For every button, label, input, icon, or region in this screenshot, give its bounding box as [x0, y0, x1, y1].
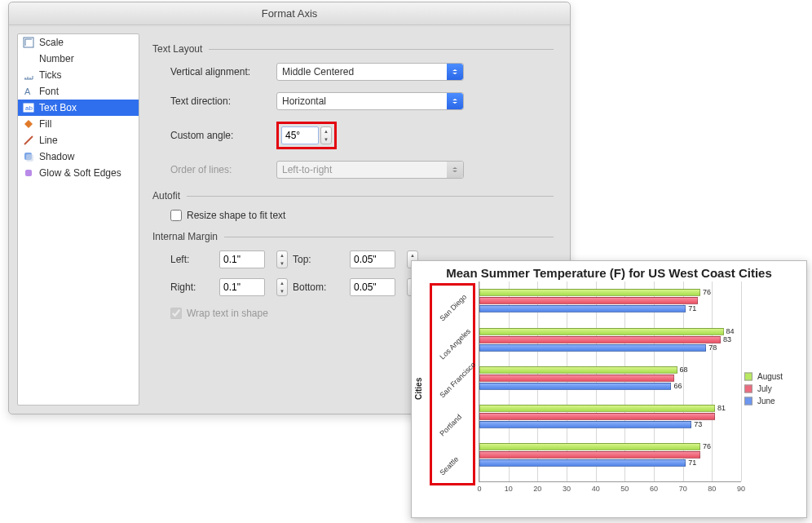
section-rule	[209, 49, 554, 50]
bar	[479, 375, 674, 382]
sidebar-item-line[interactable]: Line	[18, 132, 139, 148]
chart-plot-area: 0102030405060708090767181736866848378767…	[479, 281, 741, 482]
custom-angle-input-group: ▲▼	[281, 126, 332, 144]
sidebar-item-label: Number	[39, 53, 74, 64]
x-tick-label: 0	[477, 485, 481, 493]
chart-body: Cities SeattlePortlandSan FranciscoLos A…	[412, 281, 806, 495]
legend-item-june: June	[744, 397, 803, 406]
bar	[479, 305, 686, 312]
sidebar-item-fill[interactable]: Fill	[18, 116, 139, 132]
sidebar-item-number[interactable]: Number	[18, 51, 139, 67]
x-tick-label: 40	[592, 485, 600, 493]
chevron-updown-icon	[447, 64, 463, 80]
row-vertical-alignment: Vertical alignment: Middle Centered	[170, 63, 554, 81]
bar	[479, 451, 700, 459]
select-value: Horizontal	[282, 95, 326, 107]
gridline	[712, 281, 713, 481]
section-rule	[187, 196, 554, 197]
sidebar-item-label: Shadow	[39, 151, 74, 162]
chart-y-axis-label: Cities	[412, 281, 425, 495]
glow-icon	[23, 167, 34, 179]
sidebar-item-label: Glow & Soft Edges	[39, 167, 121, 179]
sidebar-item-label: Text Box	[39, 102, 77, 113]
chart-title: Mean Summer Temperature (F) for US West …	[412, 261, 806, 281]
bar	[479, 289, 700, 296]
sidebar-item-glow[interactable]: Glow & Soft Edges	[18, 165, 139, 181]
bar	[479, 421, 691, 428]
label-margin-right: Right:	[170, 281, 219, 293]
sidebar-item-label: Fill	[39, 118, 51, 130]
bar-value-label: 81	[717, 404, 726, 412]
legend-label: August	[757, 372, 783, 381]
bar	[479, 443, 700, 450]
x-tick-label: 60	[650, 485, 658, 493]
sidebar-item-font[interactable]: A Font	[18, 83, 139, 100]
label-text-direction: Text direction:	[170, 95, 276, 107]
bar-value-label: 71	[688, 304, 696, 312]
bar	[479, 405, 715, 412]
legend-item-august: August	[744, 372, 803, 381]
shadow-icon	[23, 151, 34, 162]
bar	[479, 366, 677, 374]
sidebar-item-label: Line	[39, 135, 58, 146]
select-text-direction[interactable]: Horizontal	[276, 92, 464, 110]
row-resize-shape: Resize shape to fit text	[170, 210, 554, 221]
custom-angle-highlight: ▲▼	[276, 122, 337, 149]
row-order-of-lines: Order of lines: Left-to-right	[170, 161, 554, 179]
bar-value-label: 66	[673, 382, 682, 390]
chart-preview: Mean Summer Temperature (F) for US West …	[411, 260, 807, 518]
section-text-layout: Text Layout	[152, 43, 554, 55]
wrap-text-label: Wrap text in shape	[187, 308, 268, 319]
sidebar-item-label: Ticks	[39, 69, 62, 81]
label-margin-top: Top:	[293, 254, 350, 265]
sidebar-item-shadow[interactable]: Shadow	[18, 148, 139, 165]
label-custom-angle: Custom angle:	[170, 130, 276, 141]
ticks-icon	[23, 69, 34, 81]
label-margin-left: Left:	[170, 254, 219, 265]
sidebar-item-ticks[interactable]: Ticks	[18, 67, 139, 83]
select-order-of-lines: Left-to-right	[276, 161, 464, 179]
chart-category-column: SeattlePortlandSan FranciscoLos AngelesS…	[425, 281, 479, 495]
margin-left-stepper[interactable]: ▲▼	[276, 250, 288, 268]
bar-value-label: 73	[694, 420, 702, 428]
x-tick-label: 90	[737, 485, 745, 493]
step-up-icon: ▲	[321, 127, 331, 135]
chart-legend: August July June	[744, 369, 803, 409]
bar	[479, 297, 698, 304]
margin-left-input[interactable]	[219, 250, 265, 268]
row-text-direction: Text direction: Horizontal	[170, 92, 554, 110]
sidebar-item-scale[interactable]: Scale	[18, 34, 139, 51]
x-tick-label: 50	[620, 485, 629, 493]
sidebar-item-text-box[interactable]: ab Text Box	[18, 100, 139, 116]
fill-icon	[23, 118, 34, 130]
bar	[479, 413, 715, 420]
number-icon	[23, 53, 34, 64]
bar-value-label: 84	[726, 327, 735, 335]
margin-bottom-input[interactable]	[350, 278, 395, 296]
bar	[479, 383, 671, 390]
custom-angle-input[interactable]	[281, 126, 319, 144]
chevron-updown-icon	[447, 93, 463, 109]
bar-value-label: 76	[703, 288, 711, 296]
custom-angle-stepper[interactable]: ▲▼	[320, 126, 332, 144]
x-tick-label: 10	[505, 485, 513, 493]
select-vertical-alignment[interactable]: Middle Centered	[276, 63, 464, 81]
select-value: Middle Centered	[282, 66, 354, 78]
resize-shape-label: Resize shape to fit text	[187, 210, 285, 221]
margin-right-input[interactable]	[219, 278, 265, 296]
font-icon: A	[23, 86, 34, 97]
section-rule	[224, 237, 554, 237]
legend-label: July	[757, 384, 772, 393]
bar	[479, 459, 686, 467]
bar-value-label: 71	[688, 459, 696, 467]
row-custom-angle: Custom angle: ▲▼	[170, 122, 554, 149]
bar-value-label: 68	[680, 366, 688, 374]
legend-swatch-icon	[744, 397, 752, 405]
x-tick-label: 80	[708, 485, 716, 493]
margin-top-input[interactable]	[350, 250, 395, 268]
sidebar: Scale Number Ticks A Font ab Text Box Fi…	[17, 33, 139, 406]
section-heading: Autofit	[152, 190, 180, 202]
resize-shape-checkbox[interactable]	[170, 210, 182, 221]
x-tick-label: 20	[533, 485, 541, 493]
margin-right-stepper[interactable]: ▲▼	[276, 278, 288, 296]
